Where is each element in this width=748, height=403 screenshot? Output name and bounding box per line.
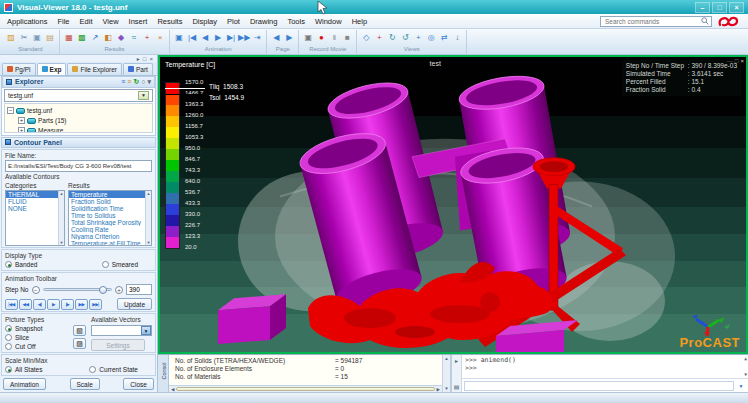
previous-page-icon[interactable]: ◀ bbox=[270, 32, 282, 44]
scale-minmax-option[interactable]: Current State bbox=[89, 365, 138, 374]
rotate-view-icon[interactable]: ↻ bbox=[386, 32, 398, 44]
next-page-icon[interactable]: ▶ bbox=[283, 32, 295, 44]
step-increment-button[interactable]: + bbox=[115, 286, 123, 294]
result-item[interactable]: Niyama Criterion bbox=[69, 233, 145, 240]
console-output[interactable]: No. of Solids (TETRA/HEXA/WEDGE)= 594187… bbox=[169, 355, 442, 392]
display-type-option[interactable]: Banded bbox=[5, 260, 37, 269]
spin-view-icon[interactable]: ↺ bbox=[399, 32, 411, 44]
panel-tab[interactable]: Part bbox=[123, 63, 153, 75]
tools-icon[interactable]: × bbox=[154, 32, 166, 44]
picture-type-option[interactable]: Cut Off bbox=[5, 342, 71, 351]
play-button[interactable]: ▶ bbox=[47, 299, 60, 310]
pan-view-icon[interactable]: + bbox=[412, 32, 424, 44]
result-item[interactable]: Time to Solidus bbox=[69, 212, 145, 219]
copy-icon[interactable]: ▣ bbox=[31, 32, 43, 44]
movie-icon[interactable]: ▣ bbox=[302, 32, 314, 44]
category-item[interactable]: NONE bbox=[6, 205, 58, 212]
picture-type-option[interactable]: Snapshot bbox=[5, 324, 71, 333]
tree-expander-icon[interactable]: + bbox=[18, 127, 25, 133]
category-item[interactable]: THERMAL bbox=[6, 191, 58, 198]
menu-item[interactable]: Insert bbox=[124, 15, 153, 28]
tree-expander-icon[interactable]: − bbox=[7, 107, 14, 114]
settings-button[interactable]: Settings bbox=[91, 339, 145, 351]
probe-icon[interactable]: + bbox=[141, 32, 153, 44]
panel-tab[interactable]: Exp bbox=[37, 63, 67, 75]
scale-button[interactable]: Scale bbox=[70, 378, 100, 390]
more-options-icon[interactable]: ▾ bbox=[147, 78, 151, 85]
next-frame-icon[interactable]: ▶| bbox=[225, 32, 237, 44]
explorer-tree-row[interactable]: + Measure bbox=[5, 126, 152, 133]
cutoff-tool-icon[interactable]: ▨ bbox=[73, 338, 86, 349]
step-slider[interactable] bbox=[43, 288, 113, 291]
chevron-down-icon[interactable]: ▼ bbox=[736, 381, 746, 391]
shell-scrollbar[interactable]: ▲▼ bbox=[744, 356, 747, 377]
explorer-tree-row[interactable]: + Parts (15) bbox=[5, 116, 152, 126]
panel-pin-icon[interactable]: ▸ bbox=[137, 55, 140, 62]
banded-plot-icon[interactable]: ▩ bbox=[76, 32, 88, 44]
step-value-input[interactable] bbox=[126, 284, 152, 295]
explorer-tree-row[interactable]: − testg.unf bbox=[5, 106, 152, 116]
file-name-field[interactable]: E:/Installs/ESI/Test/Body CG 3-600 Rev08… bbox=[5, 160, 152, 172]
search-box[interactable] bbox=[600, 16, 712, 27]
panel-tab[interactable]: File Explorer bbox=[67, 63, 121, 75]
menu-item[interactable]: Display bbox=[187, 15, 222, 28]
close-button[interactable]: × bbox=[729, 2, 744, 13]
new-window-icon[interactable]: ○ bbox=[141, 78, 145, 85]
paste-icon[interactable]: ▤ bbox=[44, 32, 56, 44]
result-item[interactable]: Temperature bbox=[69, 191, 145, 198]
tree-expander-icon[interactable]: + bbox=[18, 117, 25, 124]
update-button[interactable]: Update bbox=[117, 298, 152, 310]
sort-list-icon[interactable]: ≡ bbox=[127, 78, 131, 85]
previous-frame-icon[interactable]: ◀ bbox=[199, 32, 211, 44]
anchor-view-icon[interactable]: ↓ bbox=[451, 32, 463, 44]
last-step-button[interactable]: ▶▶| bbox=[89, 299, 102, 310]
step-forward-button[interactable]: |▶ bbox=[61, 299, 74, 310]
close-button[interactable]: Close bbox=[123, 378, 154, 390]
menu-item[interactable]: Drawing bbox=[245, 15, 283, 28]
panel-close-icon[interactable]: × bbox=[149, 56, 153, 62]
menu-item[interactable]: View bbox=[97, 15, 123, 28]
picture-type-option[interactable]: Slice bbox=[5, 333, 71, 342]
menu-item[interactable]: Plot bbox=[222, 15, 245, 28]
vector-plot-icon[interactable]: ↗ bbox=[89, 32, 101, 44]
result-item[interactable]: Fraction Solid bbox=[69, 198, 145, 205]
display-type-option[interactable]: Smeared bbox=[102, 260, 138, 269]
zoom-area-icon[interactable]: ◎ bbox=[425, 32, 437, 44]
menu-item[interactable]: Window bbox=[310, 15, 347, 28]
panel-tab[interactable]: Pg/Pl bbox=[2, 63, 36, 75]
chevron-down-icon[interactable]: ▼ bbox=[138, 91, 149, 100]
categories-scrollbar[interactable]: ▲▼ bbox=[58, 191, 64, 245]
step-slider-thumb[interactable] bbox=[99, 286, 107, 294]
fast-backward-button[interactable]: ◀◀ bbox=[19, 299, 32, 310]
contour-plot-icon[interactable]: ▦ bbox=[63, 32, 75, 44]
export-animation-icon[interactable]: ⇥ bbox=[251, 32, 263, 44]
shell-command-input[interactable] bbox=[464, 381, 734, 391]
scale-minmax-option[interactable]: All States bbox=[5, 365, 42, 374]
maximize-button[interactable]: □ bbox=[712, 2, 727, 13]
menu-item[interactable]: Tools bbox=[282, 15, 310, 28]
console-tab[interactable]: Consol bbox=[158, 355, 169, 392]
menu-item[interactable]: File bbox=[52, 15, 74, 28]
vectors-combo[interactable]: ▼ bbox=[91, 325, 152, 336]
result-item[interactable]: Cooling Rate bbox=[69, 226, 145, 233]
results-scrollbar[interactable]: ▲▼ bbox=[145, 191, 151, 245]
menu-item[interactable]: Results bbox=[152, 15, 187, 28]
view-close-icon[interactable]: × bbox=[740, 58, 744, 64]
xy-plot-icon[interactable]: ≈ bbox=[128, 32, 140, 44]
record-icon[interactable]: ● bbox=[315, 32, 327, 44]
result-item[interactable]: Solidification Time bbox=[69, 205, 145, 212]
fast-forward-icon[interactable]: ▶▶ bbox=[238, 32, 250, 44]
play-animation-icon[interactable]: ▶ bbox=[212, 32, 224, 44]
cut-icon[interactable]: ✂ bbox=[18, 32, 30, 44]
run-icon[interactable]: ▸ bbox=[455, 357, 458, 364]
first-frame-icon[interactable]: |◀ bbox=[186, 32, 198, 44]
iso-view-icon[interactable]: ◇ bbox=[360, 32, 372, 44]
animation-button[interactable]: Animation bbox=[3, 378, 46, 390]
shell-output[interactable]: >>> animend()>>> ▲▼ bbox=[462, 355, 748, 379]
first-step-button[interactable]: |◀◀ bbox=[5, 299, 18, 310]
chevron-down-icon[interactable]: ▼ bbox=[141, 326, 151, 335]
refresh-icon[interactable]: ↻ bbox=[133, 78, 139, 85]
panel-float-icon[interactable]: □ bbox=[143, 56, 147, 62]
step-back-button[interactable]: ◀| bbox=[33, 299, 46, 310]
open-folder-icon[interactable]: ▨ bbox=[5, 32, 17, 44]
